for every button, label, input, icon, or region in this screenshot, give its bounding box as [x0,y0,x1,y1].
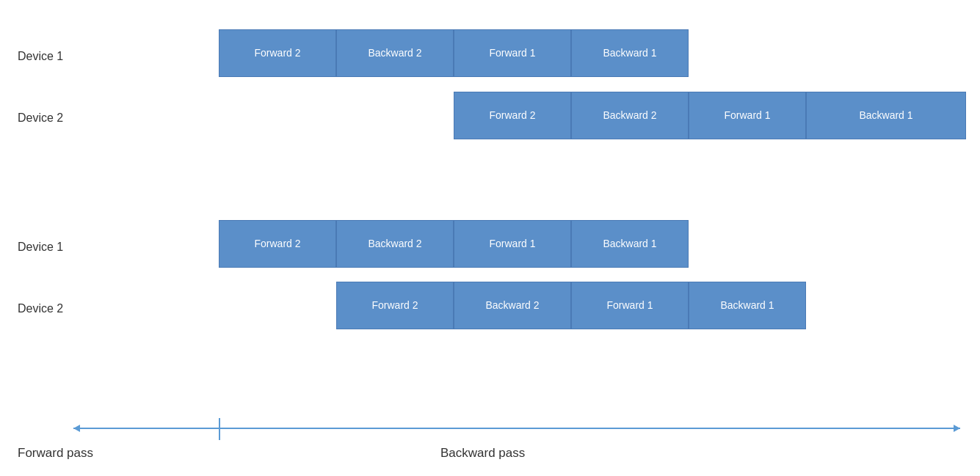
s1d2-backward1-block: Backward 1 [806,92,966,139]
forward-pass-label: Forward pass [18,446,93,461]
section2-device1-label: Device 1 [18,241,63,254]
s1d1-backward2-block: Backward 2 [336,29,454,77]
s2d2-forward1-block: Forward 1 [571,282,689,329]
s1d1-forward1-block: Forward 1 [454,29,571,77]
axis-left-arrow [73,425,80,432]
s2d2-forward2-block: Forward 2 [336,282,454,329]
s1d1-forward2-block: Forward 2 [219,29,336,77]
s2d1-backward1-block: Backward 1 [571,220,689,268]
s1d2-backward2-block: Backward 2 [571,92,689,139]
s2d1-forward1-block: Forward 1 [454,220,571,268]
section2-device2-label: Device 2 [18,302,63,315]
s2d2-backward2-block: Backward 2 [454,282,571,329]
diagram-container: Device 1 Device 2 Forward 2 Backward 2 F… [0,0,980,476]
s1d1-backward1-block: Backward 1 [571,29,689,77]
s2d2-backward1-block: Backward 1 [689,282,806,329]
axis-left-segment [73,428,220,429]
backward-pass-label: Backward pass [440,446,525,461]
s1d2-forward2-block: Forward 2 [454,92,571,139]
axis-vertical-line [219,418,220,440]
section1-device2-label: Device 2 [18,111,63,125]
section1-device1-label: Device 1 [18,50,63,63]
s2d1-backward2-block: Backward 2 [336,220,454,268]
s1d2-forward1-block: Forward 1 [689,92,806,139]
axis-right-arrow [954,425,960,432]
axis-right-segment [219,428,960,429]
s2d1-forward2-block: Forward 2 [219,220,336,268]
